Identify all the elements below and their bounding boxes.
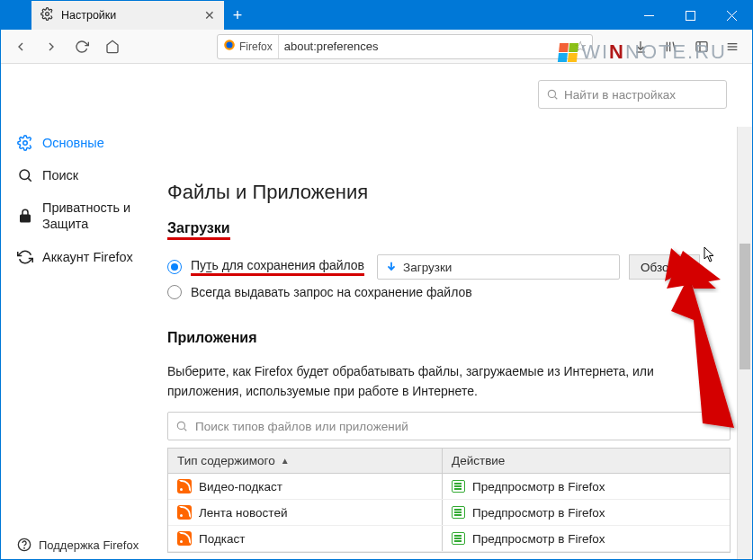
firefox-icon	[223, 39, 236, 54]
apps-table-header: Тип содержимого▲ Действие	[168, 449, 730, 474]
preview-icon	[452, 532, 465, 545]
feed-icon	[177, 531, 192, 546]
reload-button[interactable]	[67, 33, 96, 60]
always-ask-label[interactable]: Всегда выдавать запрос на сохранение фай…	[191, 285, 472, 299]
col-content-type[interactable]: Тип содержимого▲	[168, 449, 443, 473]
identity-label: Firefox	[239, 40, 273, 53]
svg-point-6	[227, 42, 233, 49]
save-path-radio[interactable]	[167, 260, 182, 274]
svg-line-18	[28, 179, 31, 182]
feed-icon	[177, 479, 192, 493]
minimize-button[interactable]	[628, 1, 669, 30]
sort-asc-icon: ▲	[281, 456, 290, 466]
vertical-scrollbar[interactable]	[737, 127, 752, 560]
svg-rect-2	[686, 11, 695, 20]
sidebar-item-search[interactable]: Поиск	[1, 159, 158, 191]
windows-logo-icon	[558, 43, 578, 62]
preview-icon	[452, 480, 465, 493]
table-row[interactable]: Подкаст Предпросмотр в Firefox	[168, 526, 730, 552]
sidebar-item-account[interactable]: Аккаунт Firefox	[1, 241, 158, 273]
browse-button[interactable]: Обзор…	[629, 254, 700, 280]
maximize-button[interactable]	[669, 1, 711, 30]
download-folder-field[interactable]: Загрузки	[377, 254, 620, 280]
sidebar-item-privacy[interactable]: Приватность и Защита	[1, 191, 158, 240]
new-tab-button[interactable]: +	[224, 1, 251, 30]
close-button[interactable]	[711, 1, 752, 30]
back-button[interactable]	[6, 33, 35, 60]
content-area: Основные Поиск Приватность и Защита Акка…	[1, 64, 752, 560]
sidebar-item-general[interactable]: Основные	[1, 127, 158, 159]
svg-point-17	[20, 170, 30, 180]
scrollbar-thumb[interactable]	[740, 244, 750, 369]
settings-sidebar: Основные Поиск Приватность и Защита Акка…	[1, 64, 158, 560]
identity-box[interactable]: Firefox	[223, 35, 279, 58]
col-action[interactable]: Действие	[443, 449, 730, 473]
forward-button[interactable]	[37, 33, 66, 60]
svg-point-16	[23, 141, 28, 146]
sidebar-item-label: Основные	[42, 135, 104, 151]
apps-heading: Приложения	[167, 330, 257, 346]
apps-search[interactable]: Поиск типов файлов или приложений	[167, 412, 731, 440]
svg-line-22	[555, 97, 558, 100]
always-ask-radio[interactable]	[167, 285, 182, 299]
tab-title: Настройки	[61, 9, 195, 22]
svg-point-0	[46, 12, 49, 15]
sidebar-item-label: Приватность и Защита	[42, 200, 148, 232]
settings-search-placeholder: Найти в настройках	[564, 88, 676, 102]
downloads-heading: Загрузки	[167, 220, 230, 240]
apps-description: Выберите, как Firefox будет обрабатывать…	[167, 362, 731, 401]
browser-tab[interactable]: Настройки ✕	[31, 1, 224, 30]
tab-close-button[interactable]: ✕	[202, 8, 217, 22]
svg-point-20	[24, 547, 25, 548]
feed-icon	[177, 505, 192, 520]
settings-search[interactable]: Найти в настройках	[538, 80, 727, 109]
table-row[interactable]: Видео-подкаст Предпросмотр в Firefox	[168, 474, 730, 500]
support-label: Поддержка Firefox	[39, 538, 139, 552]
sidebar-support-link[interactable]: Поддержка Firefox	[1, 538, 139, 552]
table-row[interactable]: Лента новостей Предпросмотр в Firefox	[168, 500, 730, 526]
address-bar[interactable]: Firefox ☆	[217, 34, 593, 59]
settings-main: Найти в настройках Файлы и Приложения За…	[158, 64, 752, 560]
section-title: Файлы и Приложения	[167, 181, 731, 204]
search-icon	[175, 420, 188, 432]
sidebar-item-label: Поиск	[42, 167, 78, 183]
download-folder-name: Загрузки	[403, 261, 452, 274]
window-titlebar: Настройки ✕ +	[1, 1, 752, 30]
download-arrow-icon	[385, 261, 398, 273]
preview-icon	[452, 506, 465, 519]
svg-point-24	[177, 422, 184, 430]
sidebar-item-label: Аккаунт Firefox	[42, 249, 133, 265]
apps-search-placeholder: Поиск типов файлов или приложений	[195, 420, 408, 433]
url-input[interactable]	[284, 40, 569, 53]
always-ask-row: Всегда выдавать запрос на сохранение фай…	[167, 285, 731, 299]
svg-line-25	[184, 429, 187, 431]
window-controls	[628, 1, 752, 30]
watermark: WINNOTE.RU	[559, 40, 727, 64]
save-path-row: Путь для сохранения файлов Загрузки Обзо…	[167, 254, 731, 280]
svg-point-21	[548, 90, 555, 97]
home-button[interactable]	[98, 33, 127, 60]
apps-table: Тип содержимого▲ Действие Видео-подкаст …	[167, 448, 731, 553]
gear-icon	[40, 7, 54, 24]
search-icon	[546, 88, 559, 101]
save-path-label[interactable]: Путь для сохранения файлов	[191, 258, 364, 276]
